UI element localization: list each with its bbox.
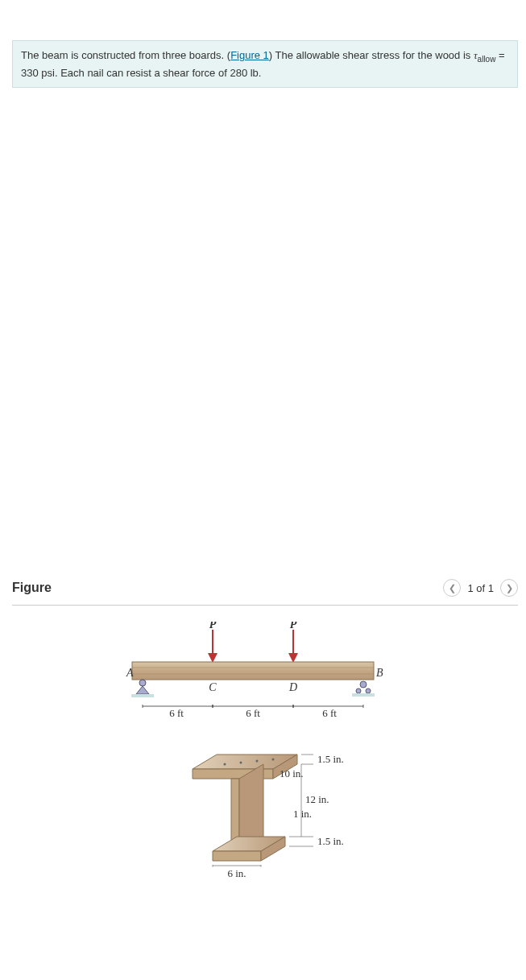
svg-rect-10: [352, 693, 375, 697]
svg-point-17: [272, 759, 275, 761]
svg-point-9: [366, 688, 371, 693]
dim-top-thick: 1.5 in.: [317, 753, 344, 765]
eq-sign: =: [495, 49, 504, 61]
figure-nav: ❮ 1 of 1 ❯: [443, 579, 518, 597]
figure-title: Figure: [12, 581, 52, 595]
chevron-left-icon: ❮: [449, 583, 456, 593]
span-2: 6 ft: [246, 707, 260, 719]
dim-bot-width: 6 in.: [227, 867, 246, 879]
svg-point-15: [240, 762, 242, 764]
dim-web-height: 12 in.: [305, 793, 329, 805]
dim-web-thick: 1 in.: [293, 808, 312, 820]
load-label-2: P: [290, 622, 297, 631]
problem-text-4: .: [259, 67, 262, 79]
point-B: B: [376, 667, 383, 679]
tau-value: 330 psi: [21, 67, 55, 79]
prev-button[interactable]: ❮: [443, 579, 461, 597]
figure-link[interactable]: Figure 1: [230, 49, 269, 61]
tau-sub: allow: [478, 55, 496, 64]
span-3: 6 ft: [322, 707, 337, 719]
problem-text-2: ) The allowable shear stress for the woo…: [269, 49, 474, 61]
chevron-right-icon: ❯: [506, 583, 513, 593]
beam-diagram-svg: P P: [96, 622, 434, 912]
problem-statement: The beam is constructed from three board…: [12, 40, 518, 88]
problem-text-3: . Each nail can resist a shear force of: [55, 67, 230, 79]
nail-force: 280 lb: [230, 67, 258, 79]
svg-rect-2: [132, 662, 374, 680]
svg-rect-6: [131, 694, 154, 697]
load-label-1: P: [209, 622, 217, 631]
svg-point-16: [256, 760, 259, 763]
problem-text-1: The beam is constructed from three board…: [21, 49, 230, 61]
point-C: C: [209, 681, 217, 693]
svg-point-7: [360, 681, 367, 688]
figure-body[interactable]: P P: [12, 606, 518, 912]
dim-top-width: 10 in.: [280, 767, 304, 779]
svg-point-5: [139, 680, 146, 686]
figure-section: Figure ❮ 1 of 1 ❯: [12, 579, 518, 912]
diagram: P P: [12, 606, 518, 912]
point-D: D: [288, 681, 297, 693]
point-A: A: [126, 667, 134, 679]
dim-bot-thick: 1.5 in.: [317, 835, 344, 847]
span-1: 6 ft: [169, 707, 184, 719]
next-button[interactable]: ❯: [500, 579, 518, 597]
figure-header: Figure ❮ 1 of 1 ❯: [12, 579, 518, 606]
svg-point-14: [224, 763, 226, 766]
svg-point-8: [356, 688, 361, 693]
figure-pager: 1 of 1: [467, 582, 494, 594]
